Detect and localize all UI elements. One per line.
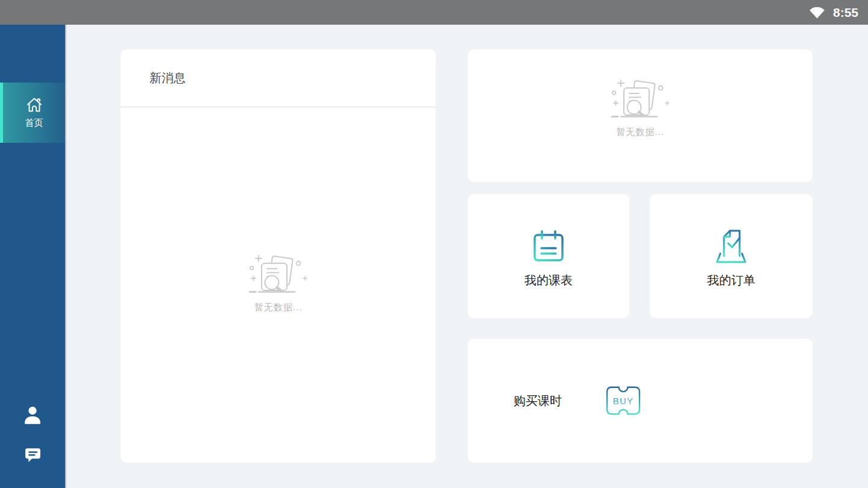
buy-ticket-icon[interactable]: BUY — [605, 385, 642, 416]
purchase-label: 购买课时 — [514, 393, 562, 409]
sidebar: 首页 — [0, 25, 66, 488]
schedule-label: 我的课表 — [524, 272, 573, 289]
empty-text: 暂无数据... — [616, 127, 664, 138]
messages-empty-state: 暂无数据... — [121, 255, 436, 313]
messages-header: 新消息 — [121, 49, 436, 107]
sidebar-item-home[interactable]: 首页 — [0, 83, 65, 143]
messages-card: 新消息 暂无数据... — [121, 49, 436, 463]
order-check-icon — [712, 226, 750, 264]
status-bar: 8:55 — [0, 0, 868, 25]
messages-title: 新消息 — [149, 70, 186, 86]
chat-button[interactable] — [0, 445, 65, 465]
purchase-card[interactable]: 购买课时 BUY — [468, 339, 813, 463]
person-icon — [22, 404, 43, 426]
no-data-icon — [611, 80, 670, 118]
empty-text: 暂无数据... — [254, 302, 303, 313]
status-time: 8:55 — [833, 5, 858, 20]
notices-empty-state: 暂无数据... — [468, 80, 813, 138]
buy-ticket-text: BUY — [613, 396, 634, 406]
calendar-icon — [530, 228, 567, 263]
notices-card: 暂无数据... — [468, 49, 813, 182]
orders-card[interactable]: 我的订单 — [650, 194, 813, 318]
schedule-card[interactable]: 我的课表 — [468, 194, 629, 318]
sidebar-item-home-label: 首页 — [25, 117, 43, 129]
orders-label: 我的订单 — [707, 272, 755, 289]
messages-divider — [121, 107, 436, 107]
wifi-icon — [809, 7, 825, 19]
no-data-icon — [249, 255, 307, 293]
chat-icon — [23, 445, 43, 465]
home-icon — [25, 96, 43, 113]
app-screen: 8:55 首页 — [0, 0, 868, 488]
profile-button[interactable] — [0, 404, 65, 426]
